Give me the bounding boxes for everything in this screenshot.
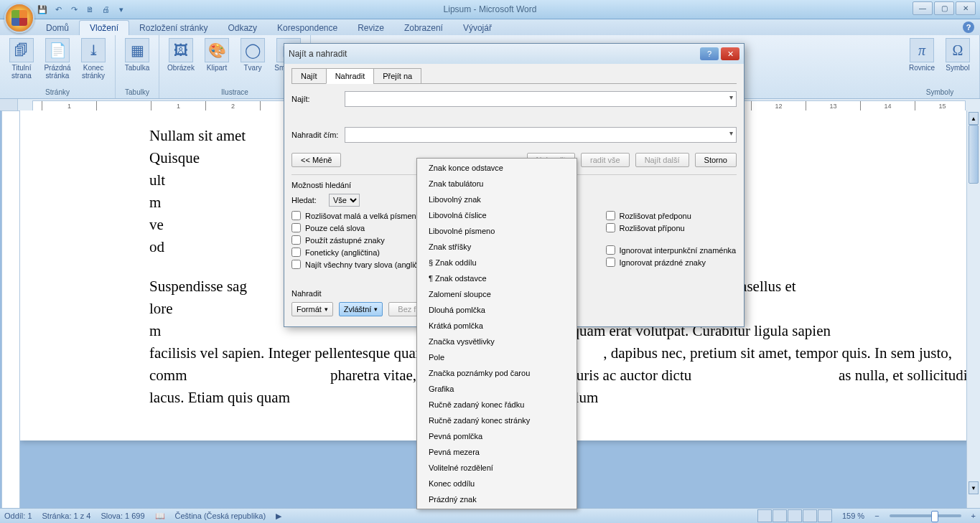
picture-button[interactable]: 🖼Obrázek <box>164 37 198 73</box>
dialog-help-button[interactable]: ? <box>700 47 719 60</box>
dialog-close-button[interactable]: ✕ <box>721 47 739 60</box>
tab-vlozeni[interactable]: Vložení <box>79 20 129 35</box>
tab-zobrazeni[interactable]: Zobrazení <box>394 21 453 35</box>
menu-item[interactable]: Ručně zadaný konec řádku <box>419 397 575 413</box>
dialog-tab-goto[interactable]: Přejít na <box>373 68 421 84</box>
menu-item[interactable]: Pevná pomlčka <box>419 428 575 444</box>
ribbon-group-tabulky: ▦Tabulka Tabulky <box>116 35 159 98</box>
cover-page-button[interactable]: 🗐Titulnístrana <box>4 37 39 81</box>
blank-page-button[interactable]: 📄Prázdnástránka <box>40 37 75 81</box>
table-button[interactable]: ▦Tabulka <box>120 37 154 73</box>
status-words[interactable]: Slova: 1 699 <box>101 512 144 520</box>
redo-icon[interactable]: ↷ <box>67 3 80 16</box>
status-page[interactable]: Stránka: 1 z 4 <box>42 512 91 520</box>
cancel-button[interactable]: Storno <box>695 153 737 167</box>
dialog-titlebar[interactable]: Najít a nahradit ? ✕ <box>284 44 744 64</box>
find-next-button[interactable]: Najít další <box>635 153 689 167</box>
undo-icon[interactable]: ↶ <box>52 3 65 16</box>
save-icon[interactable]: 💾 <box>36 3 49 16</box>
help-icon[interactable]: ? <box>963 22 974 33</box>
menu-item[interactable]: Volitelné rozdělení <box>419 460 575 476</box>
replace-input[interactable] <box>345 127 737 143</box>
option-checkbox[interactable]: Ignorovat prázdné znaky <box>606 258 737 267</box>
view-draft[interactable] <box>818 509 832 522</box>
view-print-layout[interactable] <box>757 509 772 522</box>
dialog-tab-replace[interactable]: Nahradit <box>326 68 375 84</box>
less-button[interactable]: << Méně <box>291 153 341 167</box>
close-button[interactable]: ✕ <box>956 1 976 15</box>
menu-item[interactable]: Znak stříšky <box>419 239 575 255</box>
zoom-level[interactable]: 159 % <box>842 512 864 520</box>
menu-item[interactable]: Prázdný znak <box>419 491 575 507</box>
symbol-button[interactable]: ΩSymbol <box>941 37 975 73</box>
menu-item[interactable]: Krátká pomlčka <box>419 318 575 334</box>
macro-icon[interactable]: ▶ <box>276 512 281 521</box>
zoom-out-icon[interactable]: − <box>874 512 879 520</box>
option-checkbox[interactable]: Rozlišovat předponu <box>606 211 737 220</box>
proofing-icon[interactable]: 📖 <box>155 512 165 521</box>
menu-item[interactable]: ¶ Znak odstavce <box>419 270 575 286</box>
view-full-screen[interactable] <box>773 509 787 522</box>
qat-more-icon[interactable]: ▾ <box>115 3 128 16</box>
zoom-slider[interactable] <box>890 514 961 517</box>
search-direction-select[interactable]: Vše <box>329 194 360 207</box>
option-checkbox[interactable]: Rozlišovat příponu <box>606 223 737 232</box>
view-outline[interactable] <box>803 509 817 522</box>
menu-item[interactable]: Pole <box>419 349 575 365</box>
option-checkbox[interactable]: Foneticky (angličtina) <box>291 248 434 257</box>
print-icon[interactable]: 🖨 <box>99 3 112 16</box>
zoom-thumb[interactable] <box>931 511 938 522</box>
zoom-in-icon[interactable]: + <box>971 512 976 520</box>
menu-item[interactable]: Grafika <box>419 381 575 397</box>
option-checkbox[interactable]: Najít všechny tvary slova (angličtina) <box>291 260 434 269</box>
option-checkbox[interactable]: Pouze celá slova <box>291 223 434 232</box>
ribbon-group-label: Stránky <box>4 88 111 97</box>
menu-item[interactable]: Pevná mezera <box>419 444 575 460</box>
menu-item[interactable]: Znak konce odstavce <box>419 160 575 176</box>
special-dropdown[interactable]: Zvláštní <box>339 302 383 316</box>
status-section[interactable]: Oddíl: 1 <box>4 512 32 520</box>
print-preview-icon[interactable]: 🗎 <box>83 3 96 16</box>
vertical-ruler[interactable] <box>1 110 20 509</box>
tab-korespondence[interactable]: Korespondence <box>267 21 347 35</box>
option-checkbox[interactable]: Použít zástupné znaky <box>291 235 434 245</box>
find-label: Najít: <box>291 95 339 103</box>
view-web-layout[interactable] <box>788 509 802 522</box>
format-dropdown[interactable]: Formát <box>291 302 333 316</box>
page-break-button[interactable]: ⤓Konecstránky <box>76 37 111 81</box>
scroll-thumb[interactable] <box>969 125 979 184</box>
minimize-button[interactable]: ― <box>913 1 933 15</box>
ribbon-tabs: Domů Vložení Rozložení stránky Odkazy Ko… <box>0 19 980 35</box>
scroll-down-icon[interactable]: ▼ <box>969 481 979 494</box>
find-input[interactable] <box>345 91 737 107</box>
vertical-scrollbar[interactable]: ▲ ▼ <box>966 110 980 509</box>
menu-item[interactable]: Libovolná číslice <box>419 207 575 223</box>
menu-item[interactable]: Značka vysvětlivky <box>419 334 575 349</box>
option-checkbox[interactable]: Rozlišovat malá a velká písmena <box>291 211 434 220</box>
tab-vyvojar[interactable]: Vývojář <box>453 21 502 35</box>
tab-rozlozeni[interactable]: Rozložení stránky <box>129 21 218 35</box>
menu-item[interactable]: Ručně zadaný konec stránky <box>419 413 575 428</box>
status-language[interactable]: Čeština (Česká republika) <box>175 512 266 520</box>
shapes-button[interactable]: ◯Tvary <box>235 37 270 73</box>
menu-item[interactable]: Zalomení sloupce <box>419 286 575 302</box>
tab-revize[interactable]: Revize <box>347 21 394 35</box>
menu-item[interactable]: Konec oddílu <box>419 476 575 491</box>
menu-item[interactable]: Značka poznámky pod čarou <box>419 365 575 381</box>
maximize-button[interactable]: ▢ <box>934 1 954 15</box>
option-checkbox[interactable]: Ignorovat interpunkční znaménka <box>606 245 737 255</box>
replace-all-button[interactable]: radit vše <box>581 153 630 167</box>
scroll-up-icon[interactable]: ▲ <box>969 112 979 125</box>
tab-odkazy[interactable]: Odkazy <box>218 21 267 35</box>
equation-button[interactable]: πRovnice <box>905 37 939 73</box>
dialog-tab-find[interactable]: Najít <box>291 68 327 84</box>
search-direction-label: Hledat: <box>291 196 323 204</box>
menu-item[interactable]: Libovolné písmeno <box>419 223 575 239</box>
menu-item[interactable]: § Znak oddílu <box>419 255 575 270</box>
tab-domu[interactable]: Domů <box>36 21 79 35</box>
menu-item[interactable]: Libovolný znak <box>419 192 575 207</box>
office-button[interactable] <box>4 3 34 33</box>
menu-item[interactable]: Znak tabulátoru <box>419 176 575 192</box>
clipart-button[interactable]: 🎨Klipart <box>200 37 234 73</box>
menu-item[interactable]: Dlouhá pomlčka <box>419 302 575 318</box>
